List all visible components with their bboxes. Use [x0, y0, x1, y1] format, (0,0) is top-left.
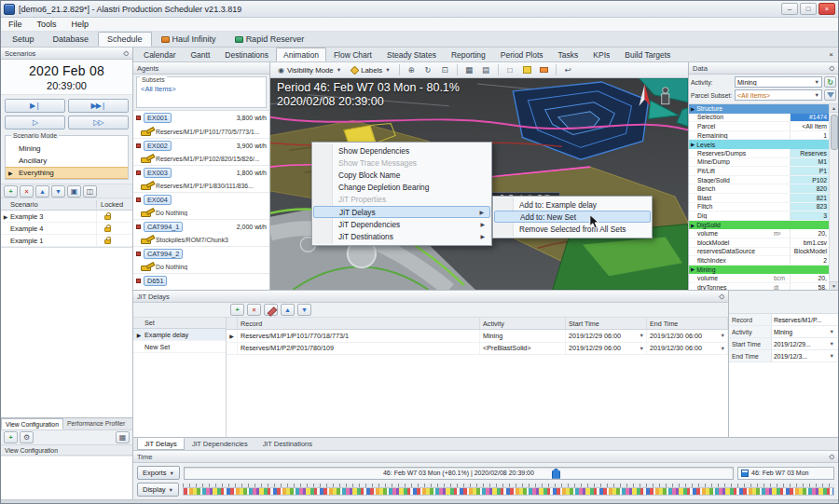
maximize-button[interactable]: □ — [800, 3, 817, 15]
column-activity[interactable]: Activity — [480, 318, 566, 329]
move-record-up-button[interactable]: ▲ — [281, 304, 295, 316]
subtab-calendar[interactable]: Calendar — [136, 48, 184, 61]
animation-viewport[interactable]: Period 46: Feb W7 03 Mon - 80.1% 2020/02… — [270, 78, 688, 290]
property-row[interactable]: Dig3 — [689, 211, 829, 221]
highlight-color-button[interactable] — [520, 63, 534, 76]
start-time-cell[interactable]: 2019/12/29 06:00▼ — [566, 330, 647, 342]
labels-button[interactable]: Labels ▼ — [348, 63, 393, 76]
current-period-box[interactable]: 46: Feb W7 03 Mon — [737, 467, 834, 480]
skip-forward-button[interactable]: ▶▶❘ — [68, 99, 129, 113]
move-record-down-button[interactable]: ▼ — [297, 304, 311, 316]
filter-button[interactable] — [824, 89, 836, 101]
end-time-cell[interactable]: 2019/12/30 06:00▼ — [647, 343, 728, 355]
scenario-mode-everything[interactable]: ▶Everything — [6, 167, 128, 179]
property-row[interactable]: Selection#1474 — [689, 114, 829, 123]
docktab-jit-destinations[interactable]: JiT Destinations — [255, 438, 320, 450]
menu-item-jit-dependencies[interactable]: JiT Dependencies▶ — [313, 218, 490, 230]
data-panel-scrollbar[interactable]: ▲ ▼ — [829, 104, 838, 290]
property-row[interactable]: flitchIndex2 — [689, 256, 829, 266]
delete-scenario-button[interactable]: × — [20, 185, 34, 198]
agent-task-row[interactable]: Do Nothing — [133, 206, 269, 219]
detail-start-time-row[interactable]: Start Time 2019/12/29...▼ — [729, 338, 838, 350]
tab-schedule[interactable]: Schedule — [98, 32, 152, 47]
measure-button[interactable] — [537, 63, 551, 76]
period-color-timeline[interactable] — [183, 484, 834, 496]
refresh-button[interactable]: ↻ — [824, 76, 836, 88]
section-levels[interactable]: ▶Levels — [689, 140, 829, 149]
tab-rapid-reserver[interactable]: Rapid Reserver — [226, 32, 314, 47]
subtab-kpis[interactable]: KPIs — [585, 48, 617, 61]
detail-record-row[interactable]: Record Reserves/M1/P... — [729, 314, 838, 326]
visibility-mode-button[interactable]: ◉ Visibility Mode ▼ — [274, 63, 345, 76]
scenario-row[interactable]: Example 4 — [1, 223, 132, 235]
step-forward-button[interactable]: ▶❘ — [5, 99, 65, 113]
jit-record-row[interactable]: ▶ Reserves/M1/P1/P101/770/18/773/1 Minin… — [227, 330, 728, 343]
activity-select[interactable]: Mining▼ — [735, 76, 822, 88]
agent-row[interactable]: CAT994_2 — [133, 246, 269, 260]
mesh-button[interactable]: ▤ — [479, 63, 493, 76]
activity-cell[interactable]: <PreBlastSolid> — [480, 343, 566, 355]
time-slider[interactable]: 46: Feb W7 03 Mon (+80.1%) | 2020/02/08 … — [184, 467, 734, 480]
play-to-end-button[interactable]: ▷▷ — [68, 116, 129, 129]
agent-task-row[interactable]: Do Nothing — [133, 260, 269, 273]
tab-haul-infinity[interactable]: Haul Infinity — [152, 32, 226, 47]
agent-row[interactable]: EX0031,800 wt/h — [133, 165, 269, 179]
subtab-tasks[interactable]: Tasks — [551, 48, 586, 61]
agent-task-row[interactable]: Reserves/M1/P1/P1/830/111/836... — [133, 179, 269, 192]
undo-view-button[interactable]: ↩ — [561, 63, 575, 76]
property-row[interactable]: volumem³20, — [689, 229, 829, 238]
property-row[interactable]: Bench820 — [689, 184, 829, 194]
delay-set-row[interactable]: New Set — [133, 341, 226, 353]
add-view-button[interactable]: + — [4, 431, 18, 443]
tab-view-configuration[interactable]: View Configuration — [1, 418, 63, 429]
menu-item-add-to-new-set[interactable]: Add to: New Set — [494, 211, 651, 223]
agent-row[interactable]: D651 — [133, 273, 269, 287]
property-row[interactable]: reservesDataSourceBlockModel — [689, 248, 829, 257]
subtab-destinations[interactable]: Destinations — [217, 48, 276, 61]
orbit-button[interactable]: ↻ — [421, 63, 435, 76]
scenario-row[interactable]: ▶ Example 3 — [1, 211, 132, 223]
subtab-flow-chart[interactable]: Flow Chart — [326, 48, 379, 61]
agent-task-row[interactable]: Reserves/M1/P1/P101/770/5/773/1... — [133, 125, 269, 138]
copy-scenario-button[interactable]: ◫ — [83, 185, 97, 198]
lock-icon[interactable] — [104, 215, 111, 220]
property-row[interactable]: Reserves/DumpsReserves — [689, 149, 829, 158]
scenario-mode-mining[interactable]: Mining — [6, 143, 128, 155]
docktab-jit-dependencies[interactable]: JiT Dependencies — [185, 438, 255, 450]
agent-task-row[interactable]: Reserves/M1/P1/P102/820/15/826/... — [133, 152, 269, 165]
property-row[interactable]: Blast821 — [689, 194, 829, 203]
property-row[interactable]: Flitch823 — [689, 203, 829, 212]
close-button[interactable]: × — [818, 3, 835, 15]
docktab-jit-delays[interactable]: JiT Delays — [137, 438, 185, 450]
menu-item-jit-delays[interactable]: JiT Delays▶ — [313, 206, 490, 218]
scroll-up-icon[interactable]: ▲ — [830, 104, 839, 113]
section-structure[interactable]: ▶Structure — [689, 104, 829, 114]
add-record-button[interactable]: + — [230, 304, 244, 316]
add-scenario-button[interactable]: + — [4, 185, 18, 198]
selection-box-button[interactable]: □ — [503, 63, 517, 76]
scroll-down-icon[interactable]: ▼ — [830, 281, 839, 290]
subtab-gantt[interactable]: Gantt — [184, 48, 218, 61]
detail-end-time-row[interactable]: End Time 2019/12/3...▼ — [729, 350, 838, 362]
scenario-mode-ancillary[interactable]: Ancillary — [6, 155, 128, 167]
property-row[interactable]: Stage/SolidP102 — [689, 176, 829, 185]
tab-setup[interactable]: Setup — [3, 32, 44, 47]
exports-button[interactable]: Exports▼ — [137, 466, 180, 480]
agent-row[interactable]: EX004 — [133, 192, 269, 206]
property-row[interactable]: Parcel<All Item — [689, 122, 829, 131]
property-row[interactable]: blockModelbm1.csv — [689, 238, 829, 248]
menu-item-copy-block-name[interactable]: Copy Block Name — [313, 169, 490, 181]
play-button[interactable]: ▷ — [5, 116, 65, 129]
property-row[interactable]: dryTonnesdt58, — [689, 283, 829, 290]
end-time-cell[interactable]: 2019/12/30 06:00▼ — [647, 330, 728, 342]
tab-performance-profiler[interactable]: Performance Profiler — [63, 418, 129, 429]
detail-activity-row[interactable]: Activity Mining▼ — [729, 326, 838, 338]
menu-tools[interactable]: Tools — [30, 18, 64, 32]
tab-database[interactable]: Database — [44, 32, 99, 47]
menu-item-remove-selected-from-all-sets[interactable]: Remove Selected from All Sets — [494, 223, 651, 235]
save-scenario-button[interactable]: ▣ — [67, 185, 81, 198]
zoom-extents-button[interactable]: ⊡ — [438, 63, 452, 76]
subset-all-items-link[interactable]: <All Items> — [137, 84, 266, 94]
activity-cell[interactable]: Mining — [480, 330, 566, 342]
menu-item-show-dependencies[interactable]: Show Dependencies — [313, 144, 490, 157]
